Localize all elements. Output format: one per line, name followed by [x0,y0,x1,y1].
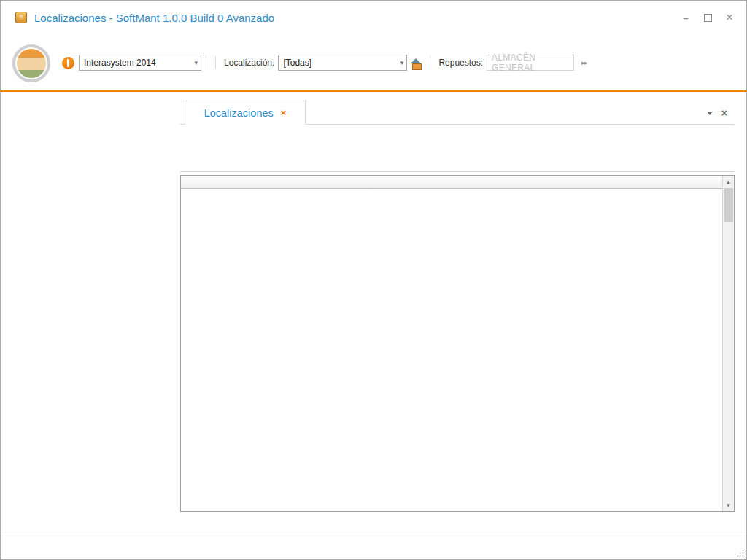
menu-bar [1,34,746,52]
scroll-up-icon[interactable]: ▲ [723,176,734,187]
view-mode-tabs [180,154,735,172]
document-toolbar [180,125,735,154]
repuestos-label: Repuestos: [435,58,487,68]
toolbar-overflow-icon[interactable]: ▸▸ [581,59,587,66]
toolbar-separator [215,56,216,69]
tab-label: Localizaciones [204,107,274,119]
profile-combobox-value: Interasystem 2014 [84,58,156,68]
localizacion-combobox[interactable]: [Todas] ▾ [278,55,407,71]
resize-grip[interactable] [736,549,745,558]
app-icon [15,12,27,23]
status-bar [1,532,746,549]
localizacion-combobox-value: [Todas] [283,58,311,68]
toolbar-separator [430,56,430,69]
accent-line [1,90,746,92]
minimize-icon[interactable] [675,9,697,26]
document-area: Localizaciones × × ▲ ▼ [180,100,735,512]
avatar-image [17,49,46,78]
close-document-icon[interactable]: × [721,109,727,117]
repuestos-field: ALMACÉN GENERAL [487,55,574,71]
window-title: Localizaciones - SoftMant 1.0.0 Build 0 … [34,12,274,24]
maximize-icon[interactable] [697,9,719,26]
grid-header [181,176,734,189]
title-bar: Localizaciones - SoftMant 1.0.0 Build 0 … [1,1,746,34]
app-window: Localizaciones - SoftMant 1.0.0 Build 0 … [0,0,747,560]
close-icon[interactable] [719,9,740,26]
profile-combobox[interactable]: Interasystem 2014 ▾ [79,55,201,71]
chevron-down-icon: ▾ [396,59,404,66]
close-tab-icon[interactable]: × [281,107,287,118]
scrollbar-thumb[interactable] [724,188,733,222]
main-toolbar: Interasystem 2014 ▾ Localización: [Todas… [1,52,746,74]
user-avatar[interactable] [12,44,50,82]
tab-localizaciones[interactable]: Localizaciones × [185,101,306,125]
grid-body [181,189,734,512]
document-tab-strip: Localizaciones × × [180,100,735,125]
chevron-down-icon: ▾ [190,59,198,66]
session-status-button[interactable] [59,55,77,71]
tab-list-dropdown-icon[interactable] [707,112,713,115]
ribbon-tab-strip [1,74,746,90]
tree-grid: ▲ ▼ [180,175,735,512]
home-icon [411,58,422,69]
home-button[interactable] [407,55,425,71]
vertical-scrollbar[interactable]: ▲ ▼ [722,176,734,511]
toolbar-separator [206,56,206,69]
status-orb-icon [62,57,74,69]
scroll-down-icon[interactable]: ▼ [723,499,734,511]
localizacion-label: Localización: [220,58,278,68]
